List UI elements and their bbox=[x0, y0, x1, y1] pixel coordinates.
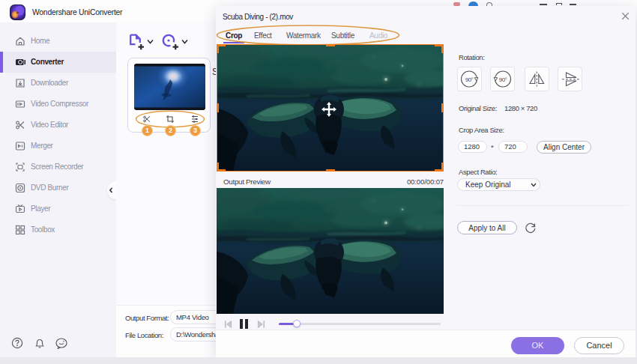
svg-text:90°: 90° bbox=[499, 76, 507, 83]
svg-text:90°: 90° bbox=[465, 76, 474, 83]
